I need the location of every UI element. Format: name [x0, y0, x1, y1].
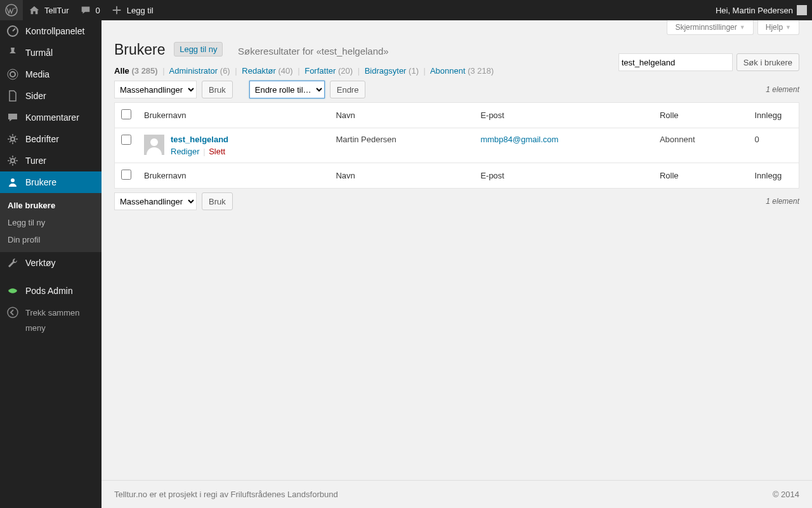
- greeting-text: Hei, Martin Pedersen: [716, 6, 793, 15]
- submenu-add-user[interactable]: Legg til ny: [0, 214, 102, 231]
- filter-admin[interactable]: Administrator (6): [169, 66, 230, 76]
- col-email[interactable]: E-post: [474, 103, 653, 128]
- edit-link[interactable]: Rediger: [171, 147, 200, 156]
- col-posts[interactable]: Innlegg: [749, 103, 799, 128]
- menu-label: Bedrifter: [25, 134, 59, 144]
- menu-dashboard[interactable]: Kontrollpanelet: [0, 20, 102, 42]
- search-input[interactable]: [619, 53, 733, 71]
- menu-label: Turer: [25, 156, 46, 166]
- comments-link[interactable]: 0: [74, 0, 105, 20]
- wrench-icon: [6, 257, 19, 269]
- footer-left: Telltur.no er et prosjekt i regi av Fril…: [114, 490, 338, 499]
- col-username[interactable]: Brukernavn: [138, 163, 329, 189]
- menu-pages[interactable]: Sider: [0, 85, 102, 107]
- svg-point-3: [8, 69, 18, 79]
- add-new-link[interactable]: Legg til: [105, 0, 159, 20]
- collapse-icon: [6, 306, 19, 319]
- admin-bar: TellTur 0 Legg til Hei, Martin Pedersen: [0, 0, 812, 20]
- menu-media[interactable]: Media: [0, 64, 102, 85]
- menu-turer[interactable]: Turer: [0, 150, 102, 171]
- bulk-apply-button[interactable]: Bruk: [202, 81, 233, 98]
- col-email[interactable]: E-post: [474, 163, 653, 189]
- select-all-top[interactable]: [121, 109, 131, 119]
- svg-point-5: [11, 159, 15, 163]
- delete-link[interactable]: Slett: [209, 147, 225, 156]
- site-name: TellTur: [44, 6, 69, 15]
- filter-contributor[interactable]: Bidragsyter (1): [365, 66, 419, 76]
- col-name[interactable]: Navn: [329, 103, 474, 128]
- col-posts[interactable]: Innlegg: [749, 163, 799, 189]
- gear-icon: [6, 133, 19, 145]
- col-name[interactable]: Navn: [329, 163, 474, 189]
- help-tab[interactable]: Hjelp▼: [757, 20, 799, 35]
- row-checkbox[interactable]: [121, 135, 131, 145]
- users-icon: [6, 176, 19, 189]
- menu-label: Sider: [25, 91, 46, 101]
- svg-point-4: [11, 137, 15, 141]
- comment-icon: [79, 4, 92, 17]
- user-greeting[interactable]: Hei, Martin Pedersen: [710, 0, 812, 20]
- bulk-actions-select-bottom[interactable]: Massehandlinger: [114, 192, 197, 210]
- page-title: Brukere: [114, 41, 166, 58]
- change-role-select[interactable]: Endre rolle til…: [249, 81, 325, 98]
- search-results-subtitle: Søkeresultater for «test_helgeland»: [238, 46, 389, 57]
- select-all-bottom[interactable]: [121, 170, 131, 180]
- filter-author[interactable]: Forfatter (20): [304, 66, 353, 76]
- col-role[interactable]: Rolle: [653, 103, 749, 128]
- collapse-label-2: meny: [0, 323, 102, 339]
- dashboard-icon: [6, 25, 19, 37]
- search-box: Søk i brukere: [619, 53, 799, 71]
- add-new-label: Legg til: [127, 6, 154, 15]
- filter-editor[interactable]: Redaktør (40): [242, 66, 292, 76]
- cell-role: Abonnent: [653, 128, 749, 163]
- col-role[interactable]: Rolle: [653, 163, 749, 189]
- footer: Telltur.no er et prosjekt i regi av Fril…: [102, 480, 812, 508]
- change-role-button[interactable]: Endre: [330, 81, 366, 98]
- plus-icon: [110, 4, 123, 17]
- col-username[interactable]: Brukernavn: [138, 103, 329, 128]
- avatar-icon: [144, 135, 164, 155]
- menu-label: Brukere: [25, 177, 56, 187]
- media-icon: [6, 68, 19, 81]
- email-link[interactable]: mmbp84@gmail.com: [480, 135, 558, 144]
- chevron-down-icon: ▼: [785, 24, 791, 30]
- users-submenu: Alle brukere Legg til ny Din profil: [0, 193, 102, 252]
- site-link[interactable]: TellTur: [23, 0, 74, 20]
- bulk-actions-select[interactable]: Massehandlinger: [114, 81, 197, 98]
- menu-comments[interactable]: Kommentarer: [0, 107, 102, 128]
- content-area: Skjerminnstillinger▼ Hjelp▼ Brukere Legg…: [102, 20, 812, 508]
- cell-name: Martin Pedersen: [329, 128, 474, 163]
- menu-turmal[interactable]: Turmål: [0, 42, 102, 64]
- add-new-button[interactable]: Legg til ny: [174, 42, 223, 57]
- chevron-down-icon: ▼: [740, 24, 745, 30]
- wp-logo[interactable]: [0, 0, 23, 20]
- collapse-menu[interactable]: Trekk sammen: [0, 302, 102, 323]
- menu-label: Verktøy: [25, 258, 55, 268]
- menu-label: Kommentarer: [25, 112, 79, 123]
- screen-meta: Skjerminnstillinger▼ Hjelp▼: [102, 20, 812, 35]
- page-icon: [6, 90, 19, 102]
- comments-count: 0: [96, 6, 100, 15]
- avatar-icon: [797, 5, 807, 15]
- home-icon: [28, 4, 41, 17]
- screen-options-tab[interactable]: Skjerminnstillinger▼: [667, 20, 753, 35]
- menu-users[interactable]: Brukere: [0, 171, 102, 193]
- submenu-all-users[interactable]: Alle brukere: [0, 197, 102, 214]
- gear-icon: [6, 154, 19, 167]
- footer-right: © 2014: [773, 490, 799, 499]
- bulk-apply-button-bottom[interactable]: Bruk: [202, 192, 233, 210]
- svg-point-7: [8, 307, 18, 318]
- menu-pods[interactable]: Pods Admin: [0, 280, 102, 302]
- menu-bedrifter[interactable]: Bedrifter: [0, 128, 102, 150]
- search-button[interactable]: Søk i brukere: [737, 53, 799, 71]
- pin-icon: [6, 46, 19, 59]
- username-link[interactable]: test_helgeland: [171, 135, 228, 144]
- tablenav-bottom: Massehandlinger Bruk 1 element: [114, 192, 799, 210]
- comment-icon: [6, 111, 19, 124]
- menu-tools[interactable]: Verktøy: [0, 252, 102, 274]
- filter-all[interactable]: Alle (3 285): [114, 66, 158, 76]
- cell-posts: 0: [749, 128, 799, 163]
- submenu-profile[interactable]: Din profil: [0, 231, 102, 248]
- filter-subscriber[interactable]: Abonnent (3 218): [430, 66, 494, 76]
- items-count-bottom: 1 element: [766, 197, 799, 206]
